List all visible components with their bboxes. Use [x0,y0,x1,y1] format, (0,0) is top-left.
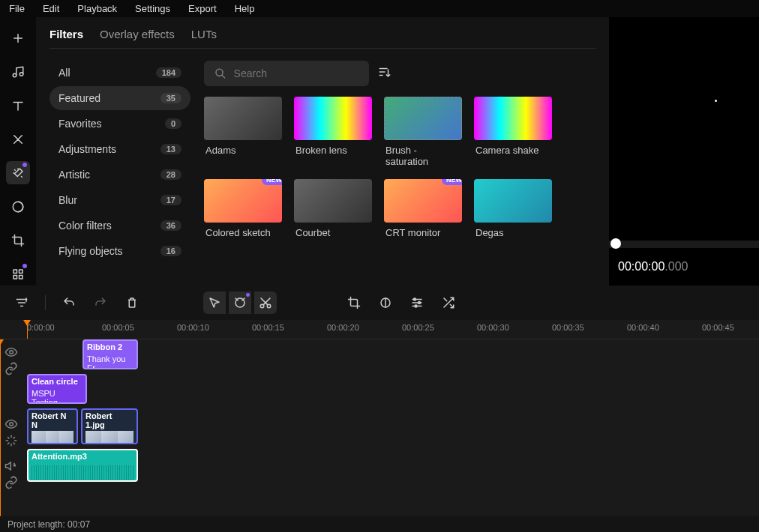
category-artistic[interactable]: Artistic28 [50,163,190,187]
eye-icon[interactable] [4,345,18,359]
menu-edit[interactable]: Edit [43,3,59,14]
category-favorites[interactable]: Favorites0 [50,112,190,136]
transition-icon[interactable] [6,127,30,151]
svg-rect-5 [14,275,17,279]
plus-icon[interactable] [6,26,30,49]
timeline-ruler[interactable]: 0:00:0000:00:0500:00:1000:00:1500:00:200… [0,320,759,339]
snap-tool[interactable] [229,291,251,314]
audio-clip[interactable]: Attention.mp3 [27,449,138,482]
preview-scrubber[interactable] [609,241,759,248]
tab-filters[interactable]: Filters [50,28,83,40]
left-toolbar [0,17,36,285]
media-clip[interactable]: Robert 1.jpg [81,408,138,444]
timecode: 00:00:00.000 [609,248,759,285]
filters-panel: FiltersOverlay effectsLUTs All184Feature… [36,17,609,285]
svg-point-7 [216,69,223,76]
apps-icon[interactable] [6,262,30,285]
filter-degas[interactable]: Degas [474,179,552,238]
category-blur[interactable]: Blur17 [50,188,190,212]
svg-point-0 [13,73,16,77]
sparkle-icon[interactable] [4,434,18,447]
crop-icon[interactable] [6,229,30,252]
filter-tracks-button[interactable] [10,291,33,314]
svg-rect-4 [20,270,23,273]
shuffle-icon[interactable] [437,291,460,314]
category-color-filters[interactable]: Color filters36 [50,214,190,238]
speaker-icon[interactable] [4,459,18,473]
filter-courbet[interactable]: Courbet [294,179,372,238]
ruler-tick: 00:00:45 [702,323,734,332]
filter-adams[interactable]: Adams [204,97,282,167]
tab-overlay-effects[interactable]: Overlay effects [100,28,175,40]
ruler-tick: 00:00:25 [402,323,434,332]
filter-broken-lens[interactable]: Broken lens [294,97,372,167]
link-icon[interactable] [4,362,18,375]
search-field[interactable] [234,67,358,79]
redo-button[interactable] [89,291,112,314]
mask-icon[interactable] [6,195,30,218]
search-icon [214,67,226,80]
select-tool[interactable] [203,291,226,314]
ruler-tick: 00:00:20 [327,323,359,332]
ruler-tick: 00:00:30 [477,323,509,332]
media-clip[interactable]: Robert N N [27,408,78,444]
svg-rect-6 [20,275,23,279]
sort-button[interactable] [378,65,392,82]
category-list: All184Featured35Favorites0Adjustments13A… [50,61,190,275]
panel-tabs: FiltersOverlay effectsLUTs [50,28,596,49]
ruler-tick: 00:00:35 [552,323,584,332]
category-featured[interactable]: Featured35 [50,86,190,110]
cut-tool[interactable] [254,291,277,314]
svg-point-14 [415,305,417,307]
ruler-tick: 0:00:00 [27,323,55,332]
filter-crt-monitor[interactable]: NEWCRT monitor [384,179,462,238]
svg-point-16 [10,423,14,426]
tab-luts[interactable]: LUTs [191,28,217,40]
svg-point-12 [414,298,416,300]
menubar: FileEditPlaybackSettingsExportHelp [0,0,759,17]
tracks[interactable]: Ribbon 2 Thank you Er Clean circle MSPU … [0,339,759,516]
category-all[interactable]: All184 [50,61,190,85]
filter-grid: AdamsBroken lensBrush - saturationCamera… [204,97,596,238]
preview-canvas[interactable] [609,17,759,241]
ruler-tick: 00:00:40 [627,323,659,332]
category-flying-objects[interactable]: Flying objects16 [50,239,190,263]
svg-rect-3 [14,270,17,273]
playhead-line[interactable] [0,339,1,516]
undo-button[interactable] [58,291,80,314]
delete-button[interactable] [121,291,143,314]
category-adjustments[interactable]: Adjustments13 [50,137,190,161]
crop-icon[interactable] [343,291,365,314]
ruler-tick: 00:00:10 [177,323,209,332]
search-input[interactable] [204,61,369,86]
menu-help[interactable]: Help [235,3,255,14]
filter-colored-sketch[interactable]: NEWColored sketch [204,179,282,238]
ruler-tick: 00:00:05 [102,323,134,332]
text-icon[interactable] [6,94,30,117]
title-clip[interactable]: Ribbon 2 Thank you Er [82,339,138,369]
svg-point-15 [10,351,14,354]
status-bar: Project length: 00:07 [0,516,759,532]
menu-settings[interactable]: Settings [135,3,170,14]
color-adjust-icon[interactable] [374,291,397,314]
title-clip[interactable]: Clean circle MSPU Testing [27,374,87,404]
playhead[interactable] [27,320,28,339]
timeline-toolbar [0,285,759,320]
timeline: 0:00:0000:00:0500:00:1000:00:1500:00:200… [0,285,759,532]
menu-export[interactable]: Export [188,3,217,14]
filter-camera-shake[interactable]: Camera shake [474,97,552,167]
filter-brush-saturation[interactable]: Brush - saturation [384,97,462,167]
eye-icon[interactable] [4,417,18,431]
menu-file[interactable]: File [9,3,25,14]
ruler-tick: 00:00:15 [252,323,284,332]
music-icon[interactable] [6,60,30,83]
svg-point-1 [20,72,23,76]
svg-point-13 [418,302,421,304]
unlink-icon[interactable] [4,476,18,489]
settings-sliders-icon[interactable] [406,291,428,314]
preview-panel: 00:00:00.000 [609,17,759,285]
effects-icon[interactable] [6,161,30,184]
menu-playback[interactable]: Playback [77,3,117,14]
